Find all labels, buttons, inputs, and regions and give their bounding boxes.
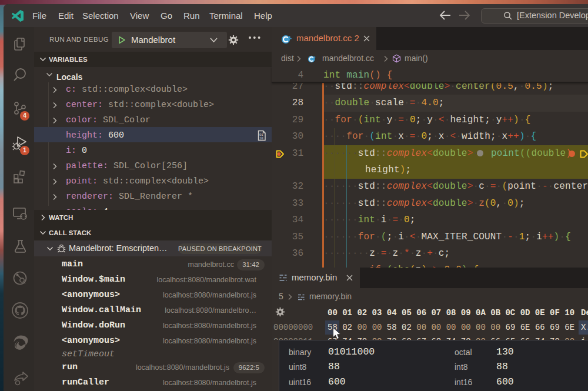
svg-text:10: 10 bbox=[259, 136, 263, 141]
